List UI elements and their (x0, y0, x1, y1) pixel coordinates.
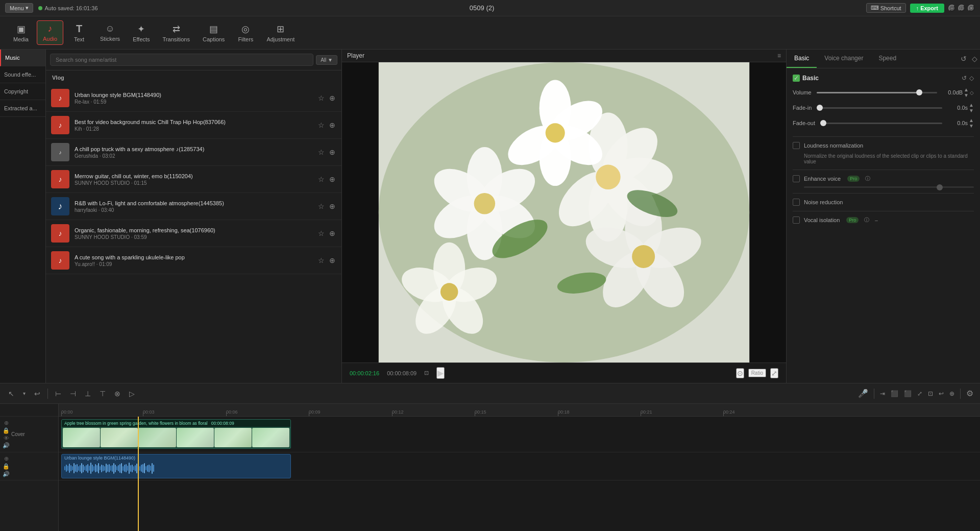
tool-transitions[interactable]: ⇄ Transitions (158, 21, 195, 45)
tl-ctrl-7[interactable]: ⊕ (948, 389, 956, 399)
lock-button[interactable]: 🔒 (3, 427, 10, 434)
select-tool[interactable]: ↖ (5, 388, 17, 399)
tool-effects[interactable]: ✦ Effects (128, 21, 155, 45)
tl-ctrl-6[interactable]: ↩ (937, 389, 945, 399)
tl-ctrl-1[interactable]: ⇥ (878, 389, 887, 399)
sidebar-tab-extracted[interactable]: Extracted a... (0, 100, 45, 117)
reset-button[interactable]: ↺ (958, 50, 969, 68)
fadeout-slider[interactable] (820, 123, 942, 124)
mask-button[interactable]: ▷ (126, 388, 138, 399)
favorite-button[interactable]: ☆ (317, 201, 326, 211)
minimize-button[interactable]: − (948, 5, 955, 12)
undo-button[interactable]: ↩ (31, 388, 43, 399)
audio-sound-button[interactable]: 🔊 (3, 471, 10, 477)
audio-clip[interactable]: Urban lounge style BGM(1148490) (61, 454, 291, 478)
tool-filters[interactable]: ◎ Filters (232, 21, 259, 45)
search-input[interactable] (50, 54, 313, 66)
wave-bar (86, 465, 87, 471)
tab-voice-changer[interactable]: Voice changer (817, 50, 871, 68)
noise-reduction-checkbox[interactable] (793, 199, 800, 206)
all-filter-button[interactable]: All ▼ (316, 55, 337, 65)
fadein-slider[interactable] (817, 107, 942, 109)
sidebar-tab-music[interactable]: Music (0, 50, 45, 66)
favorite-button[interactable]: ☆ (317, 174, 326, 184)
maximize-button[interactable]: □ (958, 5, 965, 12)
mic-button[interactable]: 🎤 (856, 387, 870, 400)
ruler-06: 00:06 (226, 409, 238, 415)
fadeout-up[interactable]: ▲ (969, 117, 974, 123)
expand-button[interactable]: ⤢ (770, 368, 778, 378)
basic-reset[interactable]: ↺ (962, 75, 967, 82)
tool-adjustment[interactable]: ⊞ Adjustment (261, 21, 300, 45)
tab-basic[interactable]: Basic (787, 50, 817, 68)
download-button[interactable]: ⊕ (328, 93, 336, 103)
tl-ctrl-4[interactable]: ⤢ (916, 389, 924, 399)
select-chevron[interactable]: ▾ (20, 389, 29, 398)
crop-button[interactable]: ⊗ (111, 388, 124, 399)
volume-slider[interactable] (817, 92, 937, 93)
trim-left[interactable]: ⊣ (67, 388, 79, 399)
settings-button[interactable]: ⚙ (965, 387, 975, 400)
favorite-button[interactable]: ☆ (317, 255, 326, 266)
audio-lock-button[interactable]: 🔒 (3, 463, 10, 470)
favorite-button[interactable]: ☆ (317, 147, 326, 157)
download-button[interactable]: ⊕ (328, 120, 336, 130)
menu-button[interactable]: Menu ▾ (5, 3, 33, 13)
song-item[interactable]: ♪ R&B with Lo-Fi, light and comfortable … (46, 193, 341, 220)
tool-media[interactable]: ▣ Media (8, 21, 34, 45)
tool-audio[interactable]: ♪ Audio (37, 20, 63, 45)
close-button[interactable]: × (968, 5, 975, 12)
ruler-18: 00:18 (558, 409, 570, 415)
tl-ctrl-2[interactable]: ⬛ (889, 389, 900, 399)
fadein-up[interactable]: ▲ (969, 102, 974, 108)
favorite-button[interactable]: ☆ (317, 120, 326, 130)
favorite-button[interactable]: ☆ (317, 93, 326, 103)
tool-text[interactable]: T Text (66, 20, 92, 45)
song-item[interactable]: ♪ A cute song with a sparkling ukulele-l… (46, 247, 341, 274)
tl-ctrl-3[interactable]: ⬛ (902, 389, 913, 399)
sidebar-tab-sound-effects[interactable]: Sound effe... (0, 66, 45, 83)
eye-button[interactable]: 👁 (3, 435, 10, 441)
export-button[interactable]: ↑ Export (910, 4, 944, 13)
basic-expand[interactable]: ◇ (969, 75, 974, 82)
song-item[interactable]: ♪ A chill pop truck with a sexy atmosphe… (46, 139, 341, 166)
volume-down[interactable]: ▼ (964, 92, 969, 98)
download-button[interactable]: ⊕ (328, 147, 336, 157)
sound-button[interactable]: 🔊 (3, 442, 10, 449)
ratio-button[interactable]: Ratio (748, 369, 766, 377)
song-item[interactable]: ♪ Best for video background music Chill … (46, 112, 341, 139)
volume-up[interactable]: ▲ (964, 87, 969, 92)
enhance-slider[interactable] (804, 186, 974, 188)
video-clip[interactable]: Apple tree blossom in green spring garde… (61, 419, 291, 449)
play-button[interactable]: ▶ (436, 367, 445, 379)
trim-right[interactable]: ⊥ (82, 388, 94, 399)
song-item[interactable]: ♪ Urban lounge style BGM(1148490) Re-lax… (46, 85, 341, 112)
download-button[interactable]: ⊕ (328, 201, 336, 211)
download-button[interactable]: ⊕ (328, 228, 336, 238)
more-button[interactable]: ◇ (969, 50, 980, 68)
download-button[interactable]: ⊕ (328, 174, 336, 184)
fadeout-down[interactable]: ▼ (969, 123, 974, 129)
tl-ctrl-5[interactable]: ⊡ (926, 389, 935, 399)
delete-button[interactable]: ⊤ (96, 388, 109, 399)
tab-speed[interactable]: Speed (871, 50, 904, 68)
basic-checkbox[interactable]: ✓ (793, 75, 800, 82)
fadein-down[interactable]: ▼ (969, 108, 974, 113)
tool-captions[interactable]: ▤ Captions (198, 21, 230, 45)
player-menu-icon[interactable]: ≡ (777, 52, 781, 59)
song-item[interactable]: ♪ Merrow guitar, chill out, winter, emo … (46, 166, 341, 193)
vocal-isolation-checkbox[interactable] (793, 216, 800, 224)
download-button[interactable]: ⊕ (328, 255, 336, 266)
song-item[interactable]: ♪ Organic, fashionable, morning, refresh… (46, 220, 341, 247)
sidebar-tab-copyright[interactable]: Copyright (0, 83, 45, 100)
split-button[interactable]: ⊢ (52, 388, 64, 399)
enhance-voice-checkbox[interactable] (793, 175, 800, 182)
add-track-button[interactable]: ⊕ (3, 420, 10, 426)
loudness-checkbox[interactable] (793, 142, 800, 149)
shortcut-button[interactable]: ⌨ Shortcut (866, 3, 906, 13)
fullscreen-button[interactable]: ⊙ (736, 368, 744, 378)
volume-diamond[interactable]: ◇ (970, 90, 974, 95)
tool-stickers[interactable]: ☺ Stickers (95, 21, 125, 44)
add-audio-button[interactable]: ⊕ (3, 455, 10, 462)
favorite-button[interactable]: ☆ (317, 228, 326, 238)
